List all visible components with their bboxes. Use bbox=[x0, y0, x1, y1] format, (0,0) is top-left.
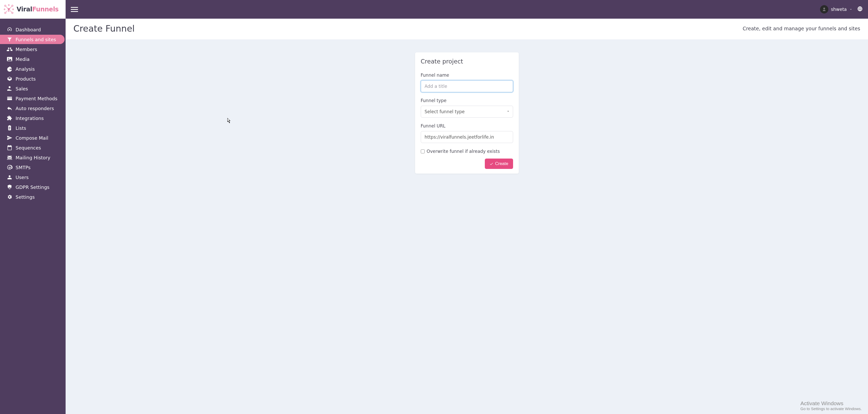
user-name-label: shweta bbox=[831, 7, 847, 12]
sidebar-item-settings[interactable]: Settings bbox=[0, 192, 65, 202]
sidebar-item-label: Sequences bbox=[16, 145, 41, 150]
content-area: Create project Funnel name Funnel type S… bbox=[66, 39, 868, 414]
chevron-down-icon bbox=[849, 7, 852, 12]
image-icon bbox=[7, 56, 12, 62]
funnel-name-label: Funnel name bbox=[421, 73, 513, 78]
svg-point-0 bbox=[5, 5, 6, 7]
sidebar-item-label: Funnels and sites bbox=[16, 37, 56, 42]
user-menu[interactable]: shweta bbox=[820, 5, 852, 13]
funnel-network-icon bbox=[3, 4, 14, 15]
sidebar-item-mailing-history[interactable]: Mailing History bbox=[0, 153, 65, 162]
sidebar-item-label: SMTPs bbox=[16, 165, 31, 170]
brand-text: ViralFunnels bbox=[17, 6, 59, 13]
sidebar-item-members[interactable]: Members bbox=[0, 44, 65, 54]
menu-toggle-button[interactable] bbox=[71, 6, 78, 13]
envelope-stack-icon bbox=[7, 155, 12, 160]
gear-icon bbox=[7, 194, 12, 200]
svg-point-2 bbox=[5, 12, 6, 14]
credit-card-icon bbox=[7, 96, 12, 101]
svg-line-8 bbox=[10, 6, 12, 8]
brand-text-part2: Funnels bbox=[32, 6, 59, 13]
sidebar: ViralFunnels Dashboard Funnels and sites… bbox=[0, 0, 66, 414]
sidebar-item-users[interactable]: Users bbox=[0, 173, 65, 182]
hand-coin-icon bbox=[7, 86, 12, 92]
sidebar-item-label: GDPR Settings bbox=[16, 184, 50, 190]
funnel-icon bbox=[7, 37, 12, 42]
sidebar-item-smtps[interactable]: SMTPs bbox=[0, 163, 65, 172]
sidebar-item-label: Sales bbox=[16, 86, 28, 92]
at-icon bbox=[7, 165, 12, 170]
sidebar-item-label: Auto responders bbox=[16, 106, 54, 111]
svg-point-3 bbox=[12, 12, 13, 14]
users-group-icon bbox=[7, 174, 12, 180]
sidebar-item-label: Compose Mail bbox=[16, 135, 48, 141]
sidebar-item-products[interactable]: Products bbox=[0, 74, 65, 83]
field-funnel-type: Funnel type Select funnel type bbox=[421, 98, 513, 117]
funnel-url-input[interactable] bbox=[421, 131, 513, 143]
svg-point-5 bbox=[4, 9, 5, 10]
funnel-type-label: Funnel type bbox=[421, 98, 513, 103]
sidebar-item-label: Products bbox=[16, 76, 36, 81]
sidebar-item-label: Settings bbox=[16, 194, 35, 200]
box-icon bbox=[7, 76, 12, 81]
overwrite-checkbox-row[interactable]: Overwrite funnel if already exists bbox=[421, 149, 513, 154]
funnel-type-select[interactable]: Select funnel type bbox=[421, 106, 513, 117]
check-icon bbox=[490, 162, 493, 166]
brand-logo[interactable]: ViralFunnels bbox=[0, 0, 66, 19]
puzzle-icon bbox=[7, 115, 12, 121]
sidebar-item-label: Members bbox=[16, 47, 37, 52]
overwrite-checkbox[interactable] bbox=[421, 149, 425, 153]
user-shield-icon bbox=[7, 184, 12, 190]
clipboard-icon bbox=[7, 125, 12, 131]
sidebar-item-analysis[interactable]: Analysis bbox=[0, 64, 65, 74]
sidebar-item-compose-mail[interactable]: Compose Mail bbox=[0, 133, 65, 142]
sidebar-item-lists[interactable]: Lists bbox=[0, 123, 65, 133]
funnel-url-label: Funnel URL bbox=[421, 123, 513, 129]
page-title: Create Funnel bbox=[73, 23, 135, 34]
sidebar-item-funnels[interactable]: Funnels and sites bbox=[0, 35, 65, 44]
funnel-name-input[interactable] bbox=[421, 80, 513, 92]
globe-icon bbox=[857, 6, 863, 12]
sidebar-item-label: Integrations bbox=[16, 115, 44, 121]
svg-point-4 bbox=[8, 4, 9, 5]
overwrite-label: Overwrite funnel if already exists bbox=[427, 149, 500, 154]
create-button[interactable]: Create bbox=[485, 159, 513, 169]
pie-chart-icon bbox=[7, 66, 12, 72]
language-button[interactable] bbox=[857, 6, 863, 13]
users-icon bbox=[7, 46, 12, 52]
sidebar-item-autoresponders[interactable]: Auto responders bbox=[0, 104, 65, 113]
sidebar-item-media[interactable]: Media bbox=[0, 55, 65, 64]
sidebar-item-label: Analysis bbox=[16, 66, 35, 72]
sidebar-item-dashboard[interactable]: Dashboard bbox=[0, 25, 65, 34]
create-project-card: Create project Funnel name Funnel type S… bbox=[415, 52, 519, 174]
sidebar-item-label: Mailing History bbox=[16, 155, 50, 160]
sidebar-item-sales[interactable]: Sales bbox=[0, 84, 65, 93]
sidebar-item-label: Payment Methods bbox=[16, 96, 57, 101]
reply-icon bbox=[7, 105, 12, 111]
sidebar-item-payment[interactable]: Payment Methods bbox=[0, 94, 65, 103]
calendar-icon bbox=[7, 145, 12, 150]
create-button-label: Create bbox=[495, 161, 508, 166]
field-funnel-url: Funnel URL bbox=[421, 123, 513, 143]
avatar bbox=[820, 5, 828, 13]
svg-point-6 bbox=[12, 9, 13, 10]
page-header: Create Funnel Create, edit and manage yo… bbox=[66, 19, 868, 39]
sidebar-item-label: Users bbox=[16, 175, 29, 180]
sidebar-item-label: Lists bbox=[16, 126, 26, 131]
sidebar-nav: Dashboard Funnels and sites Members Medi… bbox=[0, 19, 66, 202]
page-subtitle: Create, edit and manage your funnels and… bbox=[743, 26, 860, 31]
svg-point-1 bbox=[12, 5, 13, 7]
sidebar-item-sequences[interactable]: Sequences bbox=[0, 143, 65, 152]
card-title: Create project bbox=[421, 58, 513, 65]
topbar: shweta bbox=[66, 0, 868, 19]
sidebar-item-gdpr[interactable]: GDPR Settings bbox=[0, 182, 65, 192]
svg-line-7 bbox=[6, 6, 8, 8]
paper-plane-icon bbox=[7, 135, 12, 141]
field-funnel-name: Funnel name bbox=[421, 73, 513, 92]
brand-text-part1: Viral bbox=[17, 6, 32, 13]
svg-line-9 bbox=[6, 10, 8, 12]
svg-line-10 bbox=[10, 10, 12, 12]
sidebar-item-label: Dashboard bbox=[16, 27, 41, 32]
sidebar-item-label: Media bbox=[16, 57, 30, 62]
sidebar-item-integrations[interactable]: Integrations bbox=[0, 113, 65, 123]
